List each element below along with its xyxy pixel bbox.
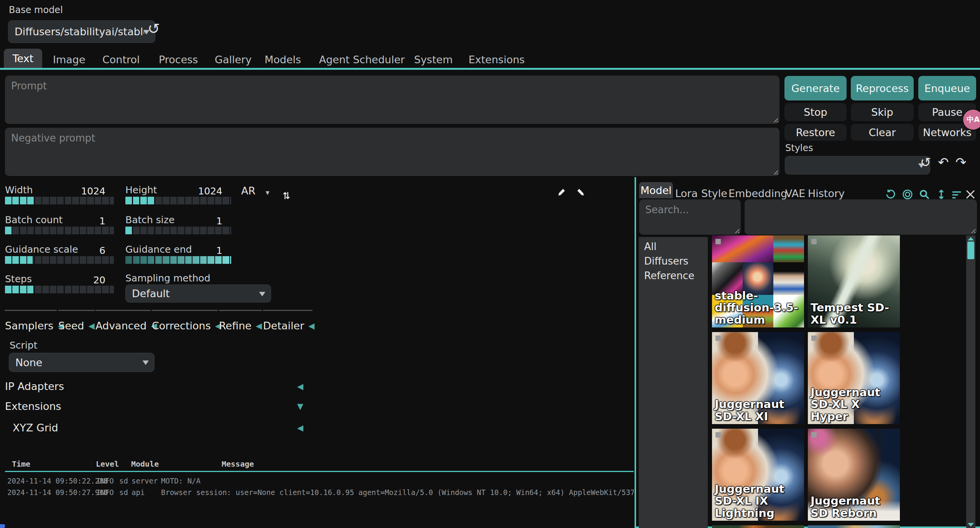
accordion-samplers[interactable]: Samplers◀ (5, 320, 64, 332)
sort-lines-icon[interactable] (951, 189, 962, 200)
accordion-seed[interactable]: Seed◀ (58, 320, 95, 332)
tab-gallery[interactable]: Gallery (215, 54, 252, 66)
sort-direction-icon[interactable] (936, 189, 947, 200)
networks-search-input[interactable] (639, 199, 741, 235)
script-dropdown[interactable]: None ▼ (9, 353, 155, 372)
model-card[interactable]: stable-diffusion-3.5-medium (712, 235, 804, 327)
model-card[interactable]: Juggernaut SD Reborn (808, 429, 900, 521)
batch-count-slider[interactable] (5, 227, 114, 234)
card-select-icon[interactable] (715, 239, 721, 244)
restore-button[interactable]: Restore (784, 124, 847, 141)
model-card[interactable]: Juggernaut SD-XL IX Lightning (712, 429, 804, 521)
cards-scrollbar[interactable] (966, 235, 975, 528)
tab-system[interactable]: System (414, 54, 453, 66)
styles-undo-icon[interactable]: ↶ (938, 156, 949, 169)
card-select-icon[interactable] (715, 432, 721, 438)
networks-folder-list: All Diffusers Reference (639, 237, 708, 528)
folder-reference[interactable]: Reference (639, 268, 708, 283)
networks-tab-style[interactable]: Style (701, 188, 727, 199)
guidance-scale-slider[interactable] (5, 256, 114, 264)
tab-text[interactable]: Text (4, 49, 42, 68)
guidance-end-slider[interactable] (125, 256, 231, 264)
negative-prompt-input[interactable] (5, 128, 779, 176)
networks-tab-lora[interactable]: Lora (675, 188, 698, 199)
height-slider[interactable] (125, 197, 231, 204)
target-circle-icon[interactable] (902, 189, 913, 200)
networks-description-input[interactable] (745, 199, 977, 235)
sampling-method-dropdown[interactable]: Default ▼ (125, 285, 271, 303)
model-card[interactable]: Juggernaut SD-XL XI (712, 332, 804, 424)
tab-image[interactable]: Image (53, 54, 86, 66)
model-card[interactable]: Tempest SD-XL v0.1 (808, 235, 900, 327)
networks-tab-vae[interactable]: VAE (785, 188, 805, 199)
tab-agent-scheduler[interactable]: Agent Scheduler (319, 54, 405, 66)
refresh-model-icon[interactable]: ↺ (148, 21, 160, 36)
stop-button[interactable]: Stop (784, 103, 847, 121)
networks-tab-embedding[interactable]: Embedding (728, 188, 787, 199)
log-header-time: Time (12, 459, 30, 469)
edit-pencil-icon[interactable] (575, 187, 585, 197)
close-icon[interactable] (965, 189, 976, 200)
networks-tab-model[interactable]: Model (639, 182, 673, 198)
accordion-corrections[interactable]: Corrections◀ (152, 320, 221, 332)
divider (5, 310, 57, 311)
tab-process[interactable]: Process (159, 54, 198, 66)
accordion-extensions[interactable]: Extensions (5, 400, 61, 412)
accordion-refine[interactable]: Refine◀ (219, 320, 262, 332)
ar-label: AR (241, 185, 255, 197)
swap-dimensions-icon[interactable] (281, 190, 292, 201)
ar-dropdown[interactable]: AR ▼ (241, 185, 270, 197)
log-module: server (132, 477, 158, 485)
networks-tab-history[interactable]: History (808, 188, 845, 199)
width-slider[interactable] (5, 197, 114, 204)
log-module: api (132, 488, 145, 497)
steps-slider[interactable] (5, 286, 114, 293)
expanded-triangle-icon[interactable]: ▼ (297, 402, 303, 411)
base-model-dropdown[interactable]: Diffusers/stabilityai/stable-dif ▼ (8, 20, 155, 43)
accordion-detailer[interactable]: Detailer◀ (263, 320, 314, 332)
scroll-down-icon[interactable] (968, 523, 974, 526)
scrollbar-thumb[interactable] (967, 242, 974, 259)
log-level: INFO (96, 488, 114, 497)
batch-size-slider[interactable] (125, 227, 231, 234)
accordion-ip-adapters[interactable]: IP Adapters (5, 380, 64, 392)
width-value: 1024 (5, 186, 105, 197)
sdnext-app: Base model Diffusers/stabilityai/stable-… (0, 0, 980, 528)
search-icon[interactable] (919, 189, 930, 200)
folder-diffusers[interactable]: Diffusers (639, 254, 708, 268)
refresh-icon[interactable] (885, 189, 896, 200)
generate-button[interactable]: Generate (784, 76, 847, 100)
collapsed-triangle-icon[interactable]: ◀ (297, 423, 303, 433)
collapsed-triangle-icon[interactable]: ◀ (297, 382, 303, 391)
accordion-xyz-grid[interactable]: XYZ Grid (13, 422, 58, 434)
accordion-advanced[interactable]: Advanced◀ (95, 320, 157, 332)
scroll-up-icon[interactable] (968, 237, 974, 240)
divider (58, 310, 95, 311)
clear-button[interactable]: Clear (851, 124, 914, 141)
log-header-message: Message (222, 459, 254, 469)
log-time: 2024-11-14 09:50:22.288 (7, 477, 108, 485)
skip-button[interactable]: Skip (851, 103, 914, 121)
collapsed-triangle-icon: ◀ (89, 321, 95, 331)
chevron-down-icon: ▼ (266, 190, 270, 196)
styles-redo-icon[interactable]: ↷ (955, 156, 967, 169)
tab-extensions[interactable]: Extensions (469, 54, 525, 66)
translate-bubble-icon[interactable]: 中A (963, 110, 980, 130)
tab-control[interactable]: Control (102, 54, 140, 66)
card-select-icon[interactable] (811, 336, 817, 341)
card-select-icon[interactable] (811, 239, 817, 244)
model-card[interactable]: Juggernaut SD-XL X Hyper (808, 332, 900, 424)
enqueue-button[interactable]: Enqueue (918, 76, 976, 100)
styles-dropdown[interactable]: ▼ (785, 156, 930, 174)
reprocess-button[interactable]: Reprocess (851, 76, 914, 100)
card-select-icon[interactable] (811, 432, 817, 438)
folder-all[interactable]: All (639, 239, 708, 254)
tab-underline (0, 68, 980, 70)
edit-pencil-icon[interactable] (557, 187, 567, 197)
card-select-icon[interactable] (715, 336, 721, 341)
styles-refresh-icon[interactable]: ↺ (920, 156, 931, 169)
prompt-input[interactable] (5, 76, 779, 124)
tab-models[interactable]: Models (265, 54, 301, 66)
networks-description-box (745, 199, 977, 235)
script-label: Script (10, 340, 38, 351)
